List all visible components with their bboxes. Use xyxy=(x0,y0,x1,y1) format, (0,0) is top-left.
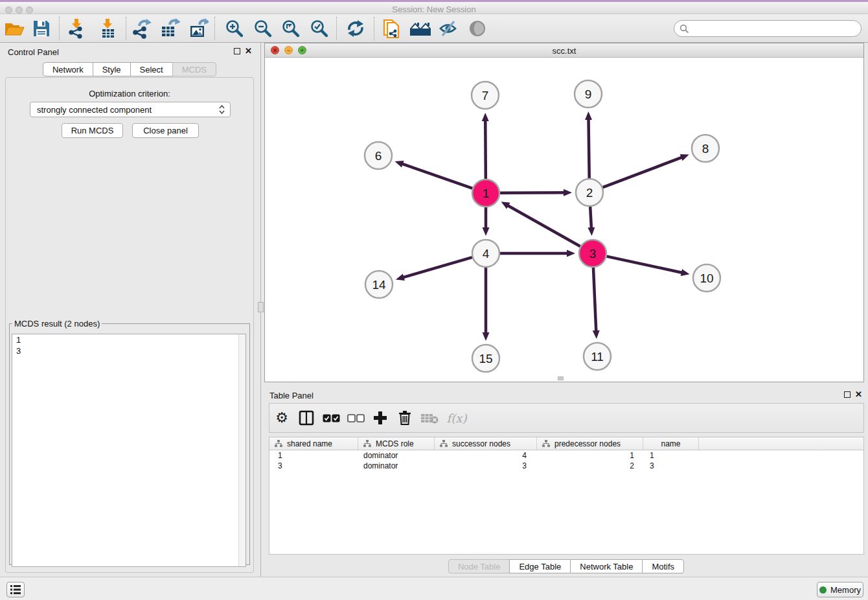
cell-shared-name: 3 xyxy=(269,461,358,471)
import-network-button[interactable] xyxy=(65,17,87,40)
delete-table-button[interactable] xyxy=(417,407,442,429)
optimization-criterion-label: Optimization criterion: xyxy=(6,89,253,98)
export-image-button[interactable] xyxy=(187,17,209,40)
memory-button[interactable]: Memory xyxy=(817,582,863,597)
tab-node-table[interactable]: Node Table xyxy=(448,559,510,573)
graph-node-14[interactable]: 14 xyxy=(365,271,393,298)
graph-node-8[interactable]: 8 xyxy=(692,135,719,162)
search-field[interactable] xyxy=(674,20,862,37)
node-label: 6 xyxy=(375,149,382,163)
export-image-icon xyxy=(188,18,209,39)
eye-button[interactable] xyxy=(466,17,488,40)
mcds-result-item: 3 xyxy=(12,345,246,356)
close-table-panel-icon[interactable]: ✕ xyxy=(855,390,862,399)
fx-icon: f(x) xyxy=(447,411,467,425)
zoom-out-button[interactable] xyxy=(252,17,274,40)
table-settings-button[interactable]: ⚙ xyxy=(269,407,294,429)
close-panel-button[interactable]: Close panel xyxy=(132,123,199,138)
zoom-selected-button[interactable] xyxy=(308,17,330,40)
graph-node-11[interactable]: 11 xyxy=(584,343,611,370)
edge-4-15[interactable] xyxy=(483,268,490,341)
edge-1-2[interactable] xyxy=(500,189,572,196)
tab-network[interactable]: Network xyxy=(43,62,93,76)
graph-node-7[interactable]: 7 xyxy=(472,82,499,109)
control-panel-header: Control Panel ✕ xyxy=(0,43,259,61)
table-row[interactable]: 1 dominator 4 1 1 xyxy=(269,450,863,461)
tab-style[interactable]: Style xyxy=(93,62,131,76)
column-header-successor-nodes[interactable]: successor nodes xyxy=(435,437,537,450)
optimization-criterion-select[interactable]: strongly connected component xyxy=(30,102,231,117)
canvas-scroll-thumb[interactable] xyxy=(558,376,564,380)
hierarchy-icon xyxy=(542,440,550,447)
graph-node-3[interactable]: 3 xyxy=(579,240,606,267)
edge-4-14[interactable] xyxy=(396,257,472,281)
network-canvas[interactable]: 7968124314101511 xyxy=(265,58,863,382)
edge-1-4[interactable] xyxy=(483,207,490,236)
panel-divider-handle[interactable] xyxy=(258,302,264,312)
open-folder-icon xyxy=(4,19,25,38)
column-header-shared-name[interactable]: shared name xyxy=(269,437,358,450)
graph-node-6[interactable]: 6 xyxy=(365,142,392,169)
node-label: 3 xyxy=(589,247,597,260)
column-header-predecessor-nodes[interactable]: predecessor nodes xyxy=(537,437,643,450)
search-input[interactable] xyxy=(689,22,861,35)
tab-mcds[interactable]: MCDS xyxy=(172,62,216,76)
hierarchy-icon xyxy=(275,440,282,447)
graph-node-2[interactable]: 2 xyxy=(576,179,603,206)
float-table-panel-icon[interactable] xyxy=(844,391,851,398)
save-session-button[interactable] xyxy=(30,17,52,40)
edge-3-1[interactable] xyxy=(501,202,580,246)
tab-network-table[interactable]: Network Table xyxy=(570,559,643,573)
trash-icon xyxy=(398,410,412,426)
export-table-button[interactable] xyxy=(159,17,181,40)
run-mcds-button[interactable]: Run MCDS xyxy=(62,123,123,138)
result-scrollbar[interactable] xyxy=(238,334,246,566)
graph-node-1[interactable]: 1 xyxy=(472,179,499,207)
show-columns-button[interactable] xyxy=(294,407,319,429)
export-network-button[interactable] xyxy=(130,17,152,40)
float-panel-icon[interactable] xyxy=(234,48,240,54)
tab-edge-table[interactable]: Edge Table xyxy=(509,559,571,573)
select-all-columns-button[interactable] xyxy=(319,407,343,429)
close-panel-icon[interactable]: ✕ xyxy=(245,47,252,56)
control-panel: Control Panel ✕ Network Style Select MCD… xyxy=(0,43,259,577)
table-header-row: shared name MCDS role successor nodes pr… xyxy=(269,437,863,450)
zoom-in-button[interactable] xyxy=(223,17,246,40)
refresh-button[interactable] xyxy=(345,17,367,40)
graph-node-10[interactable]: 10 xyxy=(693,264,720,292)
task-history-button[interactable] xyxy=(6,582,25,597)
column-header-mcds-role[interactable]: MCDS role xyxy=(358,437,435,450)
import-table-button[interactable] xyxy=(97,17,119,40)
cell-predecessor-nodes: 2 xyxy=(537,461,643,471)
show-all-networks-button[interactable] xyxy=(409,17,431,40)
duplicate-network-button[interactable] xyxy=(380,17,402,40)
zoom-fit-button[interactable] xyxy=(280,17,302,40)
edge-1-6[interactable] xyxy=(394,161,472,189)
table-toolbar: ⚙ xyxy=(269,403,864,433)
edge-3-10[interactable] xyxy=(607,257,690,276)
delete-column-button[interactable] xyxy=(393,407,417,429)
edge-3-11[interactable] xyxy=(593,268,600,339)
edge-2-9[interactable] xyxy=(585,111,592,178)
network-window-title: scc.txt xyxy=(265,46,863,56)
create-column-button[interactable] xyxy=(368,407,393,429)
network-graph[interactable]: 7968124314101511 xyxy=(265,58,863,382)
edge-1-7[interactable] xyxy=(482,113,489,179)
edge-2-8[interactable] xyxy=(603,154,689,187)
mcds-panel: Optimization criterion: strongly connect… xyxy=(5,77,254,573)
open-session-button[interactable] xyxy=(3,17,25,40)
column-header-name[interactable]: name xyxy=(643,437,699,450)
graph-node-9[interactable]: 9 xyxy=(575,80,602,108)
toolbar-separator xyxy=(336,17,337,40)
table-row[interactable]: 3 dominator 3 2 3 xyxy=(269,461,863,471)
graph-node-4[interactable]: 4 xyxy=(472,240,499,267)
function-builder-button[interactable]: f(x) xyxy=(442,407,472,429)
edge-4-3[interactable] xyxy=(500,250,575,257)
edge-2-3[interactable] xyxy=(588,207,595,236)
graph-node-15[interactable]: 15 xyxy=(472,345,499,372)
hide-network-button[interactable] xyxy=(437,17,459,40)
deselect-all-columns-button[interactable] xyxy=(343,407,368,429)
tab-motifs[interactable]: Motifs xyxy=(642,559,684,573)
mcds-result-list[interactable]: 1 3 xyxy=(12,334,246,567)
tab-select[interactable]: Select xyxy=(130,62,173,76)
